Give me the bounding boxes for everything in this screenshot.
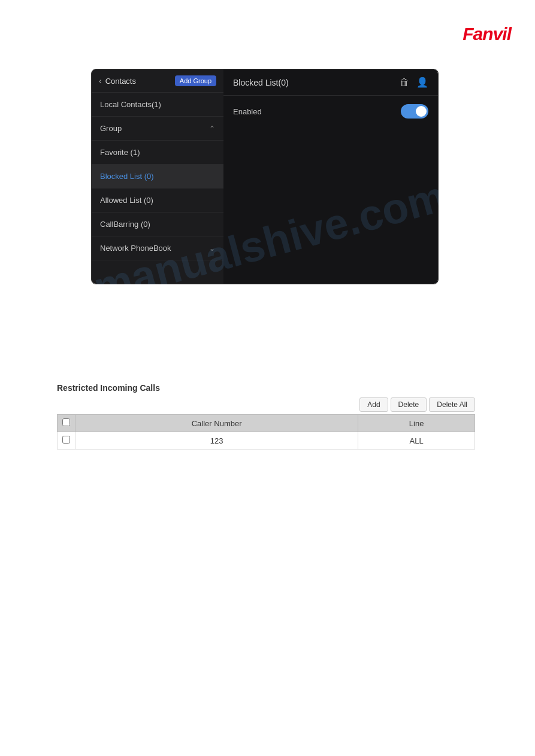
logo-text: Fanvil	[463, 24, 511, 44]
sidebar-item-label: Blocked List (0)	[100, 172, 154, 181]
sidebar: ‹ Contacts Add Group Local Contacts(1) G…	[92, 69, 223, 284]
row-caller-number: 123	[75, 432, 358, 450]
enabled-label: Enabled	[233, 107, 262, 116]
delete-all-button[interactable]: Delete All	[429, 397, 475, 412]
sidebar-item-label: Allowed List (0)	[100, 196, 153, 205]
enabled-toggle[interactable]	[401, 104, 428, 119]
sidebar-item-label: Favorite (1)	[100, 148, 140, 157]
col-header-line: Line	[358, 415, 475, 432]
enabled-row: Enabled	[223, 96, 438, 127]
restricted-calls-table: Caller Number Line 123 ALL	[57, 414, 475, 450]
main-content: Blocked List(0) 🗑 👤 Enabled	[223, 69, 438, 284]
sidebar-item-allowed-list[interactable]: Allowed List (0)	[92, 189, 223, 212]
sidebar-item-label: Group	[100, 124, 122, 133]
row-line: ALL	[358, 432, 475, 450]
sidebar-header-left: ‹ Contacts	[99, 76, 136, 86]
sidebar-item-blocked-list[interactable]: Blocked List (0)	[92, 165, 223, 189]
table-section: Restricted Incoming Calls Add Delete Del…	[57, 383, 475, 450]
row-checkbox[interactable]	[62, 436, 70, 444]
sidebar-item-local-contacts[interactable]: Local Contacts(1)	[92, 93, 223, 117]
add-button[interactable]: Add	[359, 397, 388, 412]
back-arrow-icon[interactable]: ‹	[99, 76, 102, 86]
table-toolbar: Add Delete Delete All	[57, 397, 475, 412]
table-row: 123 ALL	[58, 432, 475, 450]
chevron-down-icon: ⌄	[209, 244, 215, 253]
sidebar-item-label: Network PhoneBook	[100, 244, 171, 253]
main-header: Blocked List(0) 🗑 👤	[223, 69, 438, 96]
table-section-title: Restricted Incoming Calls	[57, 383, 475, 393]
sidebar-item-favorite[interactable]: Favorite (1)	[92, 141, 223, 165]
sidebar-title: Contacts	[105, 77, 136, 86]
chevron-up-icon: ⌃	[209, 125, 215, 133]
add-group-button[interactable]: Add Group	[175, 75, 216, 86]
main-title: Blocked List(0)	[233, 78, 289, 87]
fanvil-logo: Fanvil	[463, 24, 511, 44]
col-header-caller-number: Caller Number	[75, 415, 358, 432]
sidebar-item-group[interactable]: Group ⌃	[92, 117, 223, 141]
sidebar-item-label: CallBarring (0)	[100, 220, 150, 229]
table-header-row: Caller Number Line	[58, 415, 475, 432]
sidebar-item-call-barring[interactable]: CallBarring (0)	[92, 212, 223, 236]
delete-icon[interactable]: 🗑	[400, 77, 409, 88]
sidebar-item-network-phonebook[interactable]: Network PhoneBook ⌄	[92, 236, 223, 260]
phone-ui-container: ‹ Contacts Add Group Local Contacts(1) G…	[91, 69, 439, 284]
sidebar-header: ‹ Contacts Add Group	[92, 69, 223, 93]
col-header-checkbox	[58, 415, 75, 432]
row-checkbox-cell	[58, 432, 75, 450]
add-contact-icon[interactable]: 👤	[416, 77, 428, 88]
select-all-checkbox[interactable]	[62, 418, 70, 426]
sidebar-item-label: Local Contacts(1)	[100, 100, 161, 109]
delete-button[interactable]: Delete	[391, 397, 427, 412]
main-icons: 🗑 👤	[400, 77, 428, 88]
